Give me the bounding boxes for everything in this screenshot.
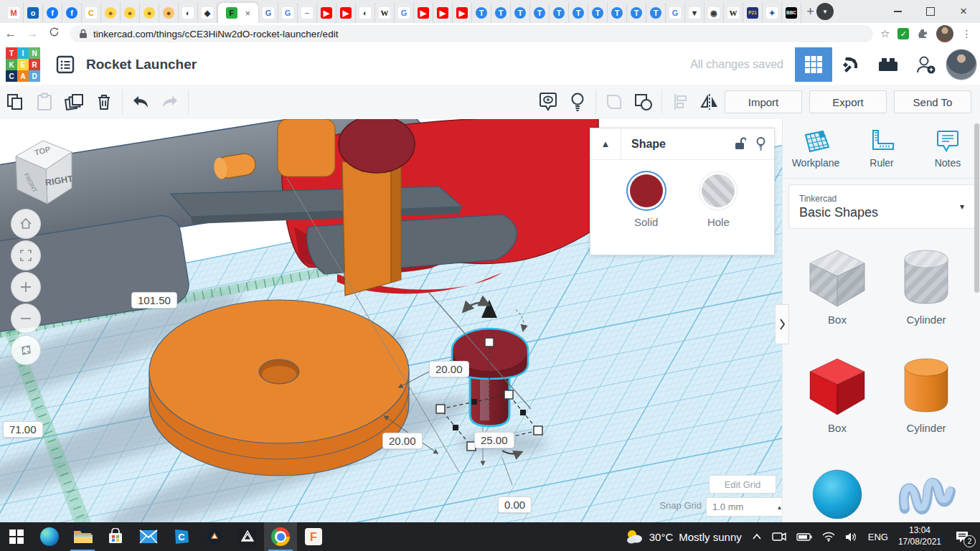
blocks-view-button[interactable]	[795, 47, 832, 82]
browser-tab[interactable]: ▶ ×	[414, 3, 433, 23]
shape-sphere[interactable]	[795, 463, 880, 522]
volume-icon[interactable]	[845, 532, 858, 542]
taskbar-store[interactable]	[99, 522, 132, 551]
browser-tab[interactable]: ◆ ×	[198, 3, 217, 23]
unlock-icon[interactable]	[735, 137, 746, 151]
shape-box-solid[interactable]: Box	[795, 353, 880, 434]
browser-menu-icon[interactable]: ⋮	[961, 28, 971, 39]
mirror-button[interactable]	[694, 90, 725, 114]
undo-button[interactable]	[126, 90, 156, 114]
send-to-button[interactable]: Send To	[894, 90, 971, 113]
brick-export-button[interactable]	[870, 47, 907, 82]
global-media-controls-icon[interactable]: ▾	[816, 3, 834, 20]
meet-now-icon[interactable]	[772, 531, 786, 542]
window-close-button[interactable]: ×	[947, 0, 980, 23]
browser-tab[interactable]: C ×	[82, 3, 101, 23]
notes-tool[interactable]: Notes	[915, 119, 980, 178]
browser-profile-avatar[interactable]	[936, 25, 953, 42]
minecraft-export-button[interactable]	[832, 47, 870, 82]
browser-tab[interactable]: ● ×	[140, 3, 159, 23]
visibility-bulb-icon[interactable]	[756, 137, 765, 151]
ungroup-button[interactable]	[629, 90, 659, 114]
browser-tab[interactable]: G ×	[395, 3, 414, 23]
solid-option[interactable]: Solid	[630, 174, 663, 228]
browser-tab[interactable]: T ×	[627, 3, 646, 23]
dim-label-z[interactable]: 0.00	[498, 496, 532, 513]
browser-tab[interactable]: f ×	[43, 3, 62, 23]
browser-tab[interactable]: G ×	[278, 3, 298, 23]
browser-tab[interactable]: ◐ ×	[179, 3, 198, 23]
shape-library-dropdown[interactable]: Tinkercad Basic Shapes ▾	[788, 184, 975, 229]
duplicate-button[interactable]	[60, 90, 90, 114]
tips-button[interactable]	[563, 90, 593, 114]
taskbar-edge[interactable]	[33, 522, 66, 551]
orange-disc-object[interactable]	[149, 300, 409, 476]
browser-tab[interactable]: f ×	[62, 3, 82, 23]
address-bar[interactable]: tinkercad.com/things/cCE3HiNw2dO-rocket-…	[70, 25, 873, 42]
browser-tab[interactable]: M ×	[4, 3, 24, 23]
group-button[interactable]	[599, 90, 629, 114]
browser-tab[interactable]: T ×	[588, 3, 608, 23]
home-view-button[interactable]	[11, 209, 41, 239]
browser-tab[interactable]: T ×	[608, 3, 627, 23]
language-indicator[interactable]: ENG	[868, 532, 888, 542]
sidebar-scrollbar[interactable]	[974, 123, 979, 293]
browser-tab[interactable]: G ×	[666, 3, 685, 23]
browser-tab[interactable]: W ×	[375, 3, 395, 23]
snap-grid-dropdown[interactable]: 1.0 mm ▴	[706, 497, 788, 517]
browser-tab[interactable]: ▶ ×	[336, 3, 356, 23]
dim-label-ruler-x[interactable]: 101.50	[131, 292, 177, 309]
browser-tab[interactable]: ◐ ×	[356, 3, 375, 23]
taskbar-clock[interactable]: 13:04 17/08/2021	[898, 525, 941, 547]
user-avatar[interactable]	[946, 49, 977, 80]
dim-label-depth[interactable]: 20.00	[382, 433, 423, 449]
back-button[interactable]: ←	[0, 27, 22, 41]
export-button[interactable]: Export	[809, 90, 887, 113]
import-button[interactable]: Import	[725, 90, 802, 113]
reload-button[interactable]	[43, 27, 65, 41]
panel-collapse-button[interactable]: ▲	[590, 128, 621, 159]
browser-tab[interactable]: ◉ ×	[705, 3, 724, 23]
taskbar-meshtool[interactable]	[231, 522, 264, 551]
taskbar-file-explorer[interactable]	[66, 522, 99, 551]
taskbar-weather[interactable]: 30°C Mostly sunny	[625, 529, 742, 545]
battery-icon[interactable]	[796, 532, 812, 542]
shape-scribble[interactable]	[884, 463, 969, 522]
workplane-tool[interactable]: Workplane	[783, 119, 849, 178]
dim-label-diameter[interactable]: 25.00	[474, 432, 514, 448]
browser-tab[interactable]: BBC ×	[782, 3, 801, 23]
browser-tab[interactable]: ● ×	[121, 3, 140, 23]
browser-tab[interactable]: G ×	[259, 3, 278, 23]
ruler-tool[interactable]: Ruler	[849, 119, 915, 178]
align-button[interactable]	[665, 90, 695, 114]
tray-chevron-icon[interactable]	[752, 533, 762, 540]
browser-tab[interactable]: ▶ ×	[433, 3, 453, 23]
browser-tab[interactable]: ● ×	[159, 3, 179, 23]
taskbar-mail[interactable]	[132, 522, 165, 551]
browser-tab[interactable]: ▶ ×	[317, 3, 336, 23]
shape-cylinder-hole[interactable]: Cylinder	[884, 245, 969, 326]
forward-button[interactable]: →	[22, 27, 43, 41]
hole-option[interactable]: Hole	[702, 174, 735, 228]
tab-close-icon[interactable]: ×	[245, 8, 251, 19]
extensions-puzzle-icon[interactable]	[917, 28, 928, 39]
sidebar-collapse-tab[interactable]	[775, 304, 789, 344]
browser-tab[interactable]: ▶ ×	[453, 3, 472, 23]
browser-tab[interactable]: T ×	[550, 3, 569, 23]
design-title[interactable]: Rocket Launcher	[86, 57, 197, 72]
browser-tab[interactable]: ▼ ×	[685, 3, 705, 23]
zoom-in-button[interactable]	[11, 272, 41, 302]
window-maximize-button[interactable]	[914, 0, 947, 23]
zoom-out-button[interactable]	[11, 303, 41, 334]
invite-collaborator-button[interactable]	[907, 47, 944, 82]
browser-tab[interactable]: ● ×	[101, 3, 121, 23]
browser-tab[interactable]: – ×	[298, 3, 317, 23]
shape-box-hole[interactable]: Box	[795, 245, 880, 326]
tinkercad-logo[interactable]: TINKERCAD	[6, 47, 40, 82]
design-properties-icon[interactable]	[56, 55, 75, 74]
paste-button[interactable]	[30, 90, 60, 114]
delete-button[interactable]	[90, 90, 120, 114]
shape-cylinder-solid[interactable]: Cylinder	[884, 353, 969, 434]
browser-tab[interactable]: T ×	[472, 3, 491, 23]
browser-tab[interactable]: T ×	[646, 3, 666, 23]
